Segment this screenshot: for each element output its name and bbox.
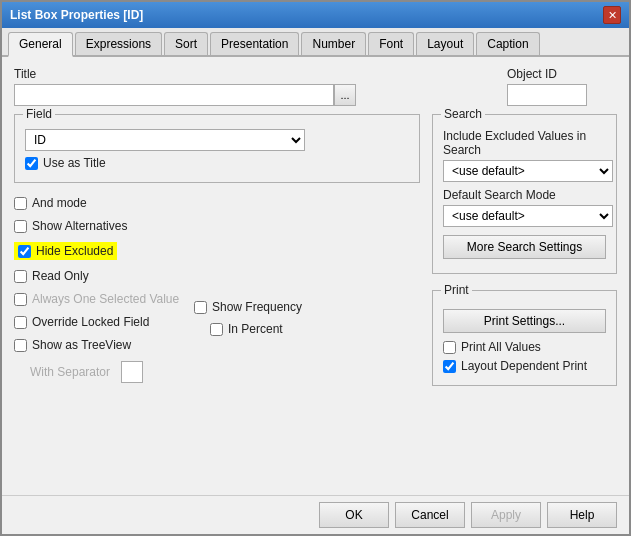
- include-excluded-label: Include Excluded Values in Search: [443, 129, 606, 157]
- content-area: Title ... Object ID LB21 Field: [2, 57, 629, 495]
- tab-expressions[interactable]: Expressions: [75, 32, 162, 55]
- tab-layout[interactable]: Layout: [416, 32, 474, 55]
- always-one-selected-checkbox[interactable]: [14, 293, 27, 306]
- main-window: List Box Properties [ID] ✕ General Expre…: [0, 0, 631, 536]
- override-locked-label: Override Locked Field: [32, 315, 149, 329]
- print-settings-button[interactable]: Print Settings...: [443, 309, 606, 333]
- tab-general[interactable]: General: [8, 32, 73, 57]
- search-group-label: Search: [441, 107, 485, 121]
- object-id-label: Object ID: [507, 67, 617, 81]
- ok-button[interactable]: OK: [319, 502, 389, 528]
- show-treeview-label: Show as TreeView: [32, 338, 131, 352]
- hide-excluded-label: Hide Excluded: [36, 244, 113, 258]
- and-mode-checkbox[interactable]: [14, 197, 27, 210]
- tab-font[interactable]: Font: [368, 32, 414, 55]
- print-group-label: Print: [441, 283, 472, 297]
- tab-number[interactable]: Number: [301, 32, 366, 55]
- title-label: Title: [14, 67, 495, 81]
- show-treeview-checkbox[interactable]: [14, 339, 27, 352]
- show-alternatives-checkbox[interactable]: [14, 220, 27, 233]
- override-locked-checkbox[interactable]: [14, 316, 27, 329]
- show-frequency-label: Show Frequency: [212, 300, 302, 314]
- help-button[interactable]: Help: [547, 502, 617, 528]
- and-mode-label: And mode: [32, 196, 87, 210]
- cancel-button[interactable]: Cancel: [395, 502, 465, 528]
- more-search-settings-button[interactable]: More Search Settings: [443, 235, 606, 259]
- close-button[interactable]: ✕: [603, 6, 621, 24]
- layout-dependent-label: Layout Dependent Print: [461, 359, 587, 373]
- tab-presentation[interactable]: Presentation: [210, 32, 299, 55]
- tab-sort[interactable]: Sort: [164, 32, 208, 55]
- title-bar: List Box Properties [ID] ✕: [2, 2, 629, 28]
- layout-dependent-checkbox[interactable]: [443, 360, 456, 373]
- print-all-values-label: Print All Values: [461, 340, 541, 354]
- print-all-values-checkbox[interactable]: [443, 341, 456, 354]
- default-mode-label: Default Search Mode: [443, 188, 606, 202]
- hide-excluded-checkbox[interactable]: [18, 245, 31, 258]
- tab-caption[interactable]: Caption: [476, 32, 539, 55]
- show-frequency-checkbox[interactable]: [194, 301, 207, 314]
- field-group-label: Field: [23, 107, 55, 121]
- default-mode-select[interactable]: <use default>: [443, 205, 613, 227]
- in-percent-label: In Percent: [228, 322, 283, 336]
- bottom-bar: OK Cancel Apply Help: [2, 495, 629, 534]
- use-as-title-checkbox[interactable]: [25, 157, 38, 170]
- separator-input[interactable]: /: [121, 361, 143, 383]
- title-input[interactable]: [14, 84, 334, 106]
- always-one-selected-label: Always One Selected Value: [32, 292, 179, 306]
- apply-button[interactable]: Apply: [471, 502, 541, 528]
- read-only-checkbox[interactable]: [14, 270, 27, 283]
- read-only-label: Read Only: [32, 269, 89, 283]
- title-browse-button[interactable]: ...: [334, 84, 356, 106]
- use-as-title-label: Use as Title: [43, 156, 106, 170]
- window-title: List Box Properties [ID]: [10, 8, 143, 22]
- show-alternatives-label: Show Alternatives: [32, 219, 127, 233]
- object-id-input[interactable]: LB21: [507, 84, 587, 106]
- hide-excluded-highlighted: Hide Excluded: [14, 242, 117, 260]
- include-excluded-select[interactable]: <use default>: [443, 160, 613, 182]
- field-select[interactable]: ID: [25, 129, 305, 151]
- tab-bar: General Expressions Sort Presentation Nu…: [2, 28, 629, 57]
- with-separator-label: With Separator: [30, 365, 110, 379]
- in-percent-checkbox[interactable]: [210, 323, 223, 336]
